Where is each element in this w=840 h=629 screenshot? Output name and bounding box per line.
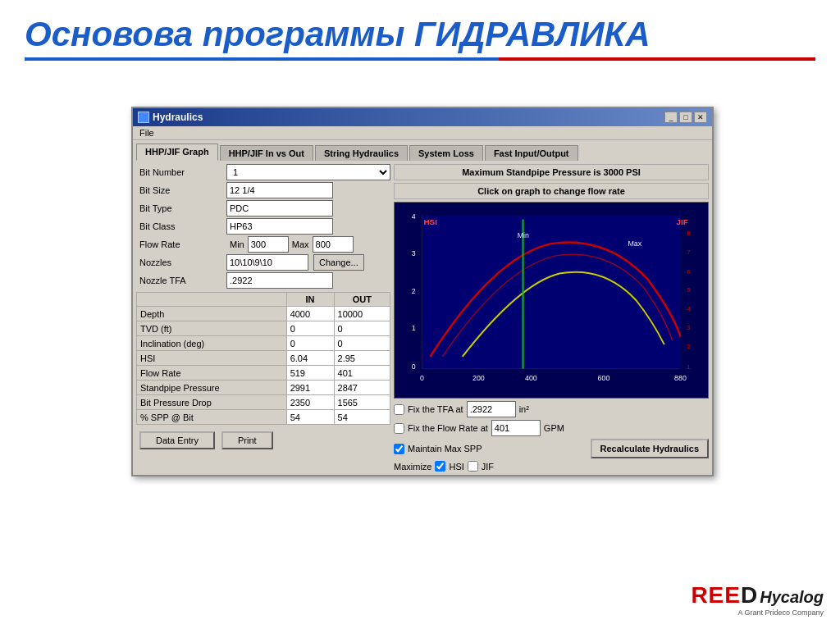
table-row: Depth 4000 10000 [137,307,390,321]
svg-text:880: 880 [674,374,687,382]
table-cell-in: 2350 [286,395,334,410]
table-cell-label: Inclination (deg) [137,336,287,351]
minimize-button[interactable]: _ [664,112,678,123]
nozzle-tfa-label: Nozzle TFA [136,274,226,287]
logo-reed: REED [691,582,758,608]
table-cell-label: HSI [137,351,287,366]
fix-tfa-row: Fix the TFA at in² [394,401,709,417]
bit-type-row: Bit Type [136,200,390,217]
svg-text:0: 0 [420,374,424,382]
flow-rate-max-input[interactable] [313,236,354,253]
svg-text:200: 200 [472,374,485,382]
table-row: Bit Pressure Drop 2350 1565 [137,395,390,410]
chart-svg: HSI JIF Min Max 0 1 2 3 4 1 2 3 4 [398,206,705,394]
bit-size-input[interactable] [226,182,333,198]
table-cell-in: 0 [286,336,334,351]
logo-area: REED Hycalog A Grant Prideco Company [691,582,824,617]
svg-text:6: 6 [687,268,691,276]
nozzle-tfa-row: Nozzle TFA [136,272,390,289]
table-cell-label: Standpipe Pressure [137,381,287,395]
info-bar-flowrate[interactable]: Click on graph to change flow rate [394,183,709,199]
flow-rate-row: Flow Rate Min Max [136,236,390,253]
change-button[interactable]: Change... [313,254,364,271]
table-cell-in: 519 [286,366,334,381]
bit-number-label: Bit Number [136,166,226,179]
bottom-buttons: Data Entry Print [136,428,390,453]
table-row: Standpipe Pressure 2991 2847 [137,381,390,395]
table-cell-out: 10000 [334,307,390,321]
fix-tfa-unit: in² [519,404,529,414]
svg-text:1: 1 [687,363,690,371]
fix-flow-unit: GPM [544,423,564,433]
maximize-button[interactable]: □ [679,112,692,123]
title-bar: Hydraulics _ □ ✕ [133,108,712,126]
flow-rate-min-input[interactable] [248,236,289,253]
nozzle-tfa-input[interactable] [226,272,333,289]
svg-text:Max: Max [628,239,642,248]
svg-text:4: 4 [687,305,691,312]
close-button[interactable]: ✕ [694,112,707,123]
hsi-label: HSI [449,462,463,472]
table-cell-out: 2847 [334,381,390,395]
maintain-spp-checkbox[interactable] [394,444,404,454]
tab-string-hydraulics[interactable]: String Hydraulics [315,145,408,161]
title-underline [25,57,815,61]
data-table: IN OUT Depth 4000 10000 TVD (ft) 0 0 Inc… [136,292,390,425]
logo-hycalog: Hycalog [760,588,824,607]
bit-number-dropdown-wrapper: 1 [226,164,390,180]
jif-checkbox[interactable] [468,461,478,472]
data-entry-button[interactable]: Data Entry [139,431,215,449]
table-cell-in: 6.04 [286,351,334,366]
flow-rate-max-label: Max [289,239,313,249]
svg-text:Min: Min [518,231,529,239]
bit-number-select[interactable]: 1 [226,164,390,180]
tab-fast-input-output[interactable]: Fast Input/Output [485,145,578,161]
recalculate-button[interactable]: Recalculate Hydraulics [591,439,709,458]
bit-class-input[interactable] [226,218,333,235]
right-panel: Maximum Standpipe Pressure is 3000 PSI C… [394,164,709,472]
tab-hhp-jif-graph[interactable]: HHP/JIF Graph [136,144,218,161]
print-button[interactable]: Print [221,431,273,449]
page-title: Основова программы ГИДРАВЛИКА [25,15,815,54]
window-title: Hydraulics [153,112,203,123]
table-cell-out: 54 [334,410,390,425]
tab-hhp-jif-in-vs-out[interactable]: HHP/JIF In vs Out [220,145,313,161]
menu-bar: File [133,126,712,140]
tab-system-loss[interactable]: System Loss [409,145,483,161]
nozzles-input[interactable] [226,254,308,271]
maximize-label: Maximize [394,462,431,472]
table-cell-in: 4000 [286,307,334,321]
chart-container[interactable]: HSI JIF Min Max 0 1 2 3 4 1 2 3 4 [394,202,709,399]
bit-size-row: Bit Size [136,182,390,198]
fix-flow-checkbox[interactable] [394,423,404,434]
maintain-spp-row: Maintain Max SPP Recalculate Hydraulics [394,439,709,458]
svg-rect-1 [422,216,681,369]
svg-text:0: 0 [412,362,416,371]
svg-text:1: 1 [412,324,416,332]
fix-tfa-checkbox[interactable] [394,404,404,415]
logo-tagline: A Grant Prideco Company [737,608,824,617]
bit-class-label: Bit Class [136,220,226,233]
table-cell-label: TVD (ft) [137,321,287,336]
svg-text:600: 600 [598,374,610,382]
hsi-checkbox[interactable] [435,461,445,472]
table-row: Inclination (deg) 0 0 [137,336,390,351]
fix-tfa-input[interactable] [467,401,516,417]
main-content: Bit Number 1 Bit Size Bit Type Bit Class [133,161,712,475]
menu-file[interactable]: File [136,127,158,139]
fix-flow-rate-row: Fix the Flow Rate at GPM [394,420,709,436]
app-icon [138,112,149,123]
maximize-row: Maximize HSI JIF [394,461,709,472]
table-row: Flow Rate 519 401 [137,366,390,381]
table-cell-out: 401 [334,366,390,381]
fix-flow-input[interactable] [491,420,541,436]
table-row: HSI 6.04 2.95 [137,351,390,366]
table-cell-out: 1565 [334,395,390,410]
table-cell-label: Depth [137,307,287,321]
bit-type-input[interactable] [226,200,333,217]
app-window: Hydraulics _ □ ✕ File HHP/JIF Graph HHP/… [131,107,714,476]
flow-rate-label: Flow Rate [136,238,226,251]
nozzles-label: Nozzles [136,256,226,269]
table-cell-in: 54 [286,410,334,425]
tab-bar: HHP/JIF Graph HHP/JIF In vs Out String H… [133,140,712,161]
